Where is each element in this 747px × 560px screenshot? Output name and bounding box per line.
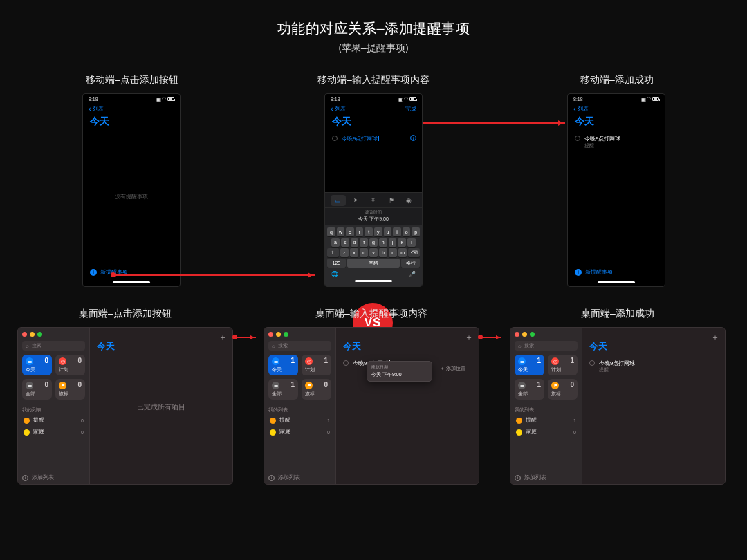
traffic-lights[interactable] bbox=[515, 332, 578, 337]
reminder-item[interactable]: 今晚9点打网球 提醒 bbox=[584, 135, 658, 149]
calendar-icon[interactable] bbox=[331, 195, 346, 206]
sidebar-list-item[interactable]: 提醒1 bbox=[515, 416, 578, 425]
smart-list-flagged[interactable]: ⚑0旗标 bbox=[548, 379, 578, 400]
back-button[interactable]: 列表 bbox=[331, 105, 346, 113]
reminder-checkbox[interactable] bbox=[332, 136, 338, 141]
desktop-window-3: 搜索 ☰1今天 ◷1计划 ☰1全部 ⚑0旗标 我的列表 提醒1 家庭0 + 添加… bbox=[510, 327, 726, 485]
search-input[interactable]: 搜索 bbox=[268, 341, 331, 351]
key[interactable]: w bbox=[337, 227, 345, 236]
smart-list-flagged[interactable]: ⚑0旗标 bbox=[302, 379, 331, 400]
key[interactable]: t bbox=[365, 227, 373, 236]
add-reminder-button[interactable]: ＋ bbox=[465, 332, 473, 344]
return-key[interactable]: 换行 bbox=[401, 259, 420, 268]
keyboard[interactable]: q w e r t y u i o p a s d f g h bbox=[325, 225, 422, 280]
key[interactable]: h bbox=[379, 238, 387, 247]
add-reminder-button[interactable]: ＋ bbox=[711, 332, 719, 344]
add-location-button[interactable]: 添加位置 bbox=[440, 365, 465, 372]
smart-list-all[interactable]: ☰0全部 bbox=[22, 379, 52, 400]
key[interactable]: s bbox=[341, 238, 349, 247]
search-input[interactable]: 搜索 bbox=[515, 341, 578, 351]
close-window-icon[interactable] bbox=[515, 332, 519, 337]
new-reminder-button[interactable]: + 新提醒事项 bbox=[568, 264, 665, 281]
key[interactable]: e bbox=[346, 227, 354, 236]
sidebar-list-item[interactable]: 提醒0 bbox=[22, 416, 85, 425]
new-reminder-button[interactable]: + 新提醒事项 bbox=[83, 264, 180, 281]
add-list-button[interactable]: + 添加列表 bbox=[22, 470, 85, 481]
search-input[interactable]: 搜索 bbox=[22, 341, 85, 351]
reminder-checkbox[interactable] bbox=[343, 360, 349, 366]
shift-key[interactable] bbox=[327, 248, 339, 257]
key[interactable]: q bbox=[327, 227, 335, 236]
smart-list-today[interactable]: ☰0今天 bbox=[22, 355, 52, 375]
key[interactable]: l bbox=[407, 238, 416, 247]
key[interactable]: f bbox=[360, 238, 368, 247]
home-indicator[interactable] bbox=[355, 280, 392, 282]
space-key[interactable]: 空格 bbox=[347, 259, 400, 268]
key[interactable]: i bbox=[393, 227, 401, 236]
home-indicator[interactable] bbox=[598, 281, 635, 283]
key[interactable]: z bbox=[340, 248, 349, 257]
back-button[interactable]: 列表 bbox=[573, 105, 589, 113]
minimize-window-icon[interactable] bbox=[522, 332, 527, 337]
smart-list-scheduled[interactable]: ◷1计划 bbox=[548, 355, 578, 375]
sidebar-list-item[interactable]: 提醒1 bbox=[268, 416, 331, 425]
close-window-icon[interactable] bbox=[268, 332, 273, 337]
globe-icon[interactable] bbox=[331, 270, 338, 277]
add-list-button[interactable]: + 添加列表 bbox=[515, 470, 578, 481]
tag-icon[interactable] bbox=[366, 195, 381, 206]
traffic-lights[interactable] bbox=[22, 332, 85, 337]
key[interactable]: d bbox=[351, 238, 359, 247]
chevron-left-icon bbox=[573, 105, 576, 113]
smart-list-scheduled[interactable]: ◷1计划 bbox=[302, 355, 331, 375]
smart-list-flagged[interactable]: ⚑0旗标 bbox=[55, 379, 85, 400]
back-button[interactable]: 列表 bbox=[89, 105, 104, 113]
key[interactable]: g bbox=[369, 238, 378, 247]
key[interactable]: o bbox=[403, 227, 411, 236]
zoom-window-icon[interactable] bbox=[284, 332, 288, 337]
zoom-window-icon[interactable] bbox=[530, 332, 535, 337]
reminder-input[interactable]: 今晚9点打网球 bbox=[342, 135, 415, 142]
smart-list-all[interactable]: ☰1全部 bbox=[515, 379, 544, 400]
minimize-window-icon[interactable] bbox=[30, 332, 35, 337]
key[interactable]: c bbox=[360, 248, 368, 257]
smart-list-all[interactable]: ☰1全部 bbox=[268, 379, 298, 400]
sidebar-list-item[interactable]: 家庭0 bbox=[22, 427, 85, 437]
key[interactable]: m bbox=[398, 248, 407, 257]
minimize-window-icon[interactable] bbox=[276, 332, 281, 337]
key[interactable]: j bbox=[389, 238, 397, 247]
smart-list-today[interactable]: ☰1今天 bbox=[515, 355, 544, 375]
done-button[interactable]: 完成 bbox=[405, 105, 416, 113]
mic-icon[interactable] bbox=[409, 270, 416, 277]
traffic-lights[interactable] bbox=[268, 332, 331, 337]
key[interactable]: p bbox=[412, 227, 420, 236]
key[interactable]: a bbox=[331, 238, 340, 247]
key[interactable]: y bbox=[374, 227, 382, 236]
location-icon[interactable] bbox=[348, 195, 363, 206]
key[interactable]: k bbox=[398, 238, 406, 247]
camera-icon[interactable] bbox=[401, 195, 416, 206]
reminder-checkbox[interactable] bbox=[589, 360, 595, 366]
number-key[interactable]: 123 bbox=[327, 259, 346, 268]
smart-list-scheduled[interactable]: ◷0计划 bbox=[55, 355, 85, 375]
home-indicator[interactable] bbox=[113, 281, 150, 283]
smart-list-today[interactable]: ☰1今天 bbox=[268, 355, 298, 375]
sidebar-list-item[interactable]: 家庭0 bbox=[515, 427, 578, 437]
close-window-icon[interactable] bbox=[22, 332, 27, 337]
key[interactable]: b bbox=[379, 248, 387, 257]
date-suggestion-popover[interactable]: 建议日期 今天 下午9:00 bbox=[367, 361, 432, 382]
info-icon[interactable]: i bbox=[410, 135, 416, 141]
zoom-window-icon[interactable] bbox=[37, 332, 42, 337]
flag-icon[interactable] bbox=[384, 195, 399, 206]
reminder-checkbox[interactable] bbox=[575, 136, 580, 141]
sidebar-list-item[interactable]: 家庭0 bbox=[268, 427, 331, 437]
key[interactable]: v bbox=[369, 248, 378, 257]
reminder-item[interactable]: 今晚9点打网球 提醒 bbox=[599, 360, 718, 373]
key[interactable]: n bbox=[389, 248, 397, 257]
add-list-button[interactable]: + 添加列表 bbox=[268, 470, 331, 481]
key[interactable]: x bbox=[350, 248, 358, 257]
key[interactable]: u bbox=[384, 227, 392, 236]
add-reminder-button[interactable]: ＋ bbox=[219, 332, 227, 344]
backspace-key[interactable] bbox=[408, 248, 420, 257]
time-suggestion[interactable]: 建议时间 今天 下午9:00 bbox=[325, 207, 422, 225]
key[interactable]: r bbox=[356, 227, 364, 236]
